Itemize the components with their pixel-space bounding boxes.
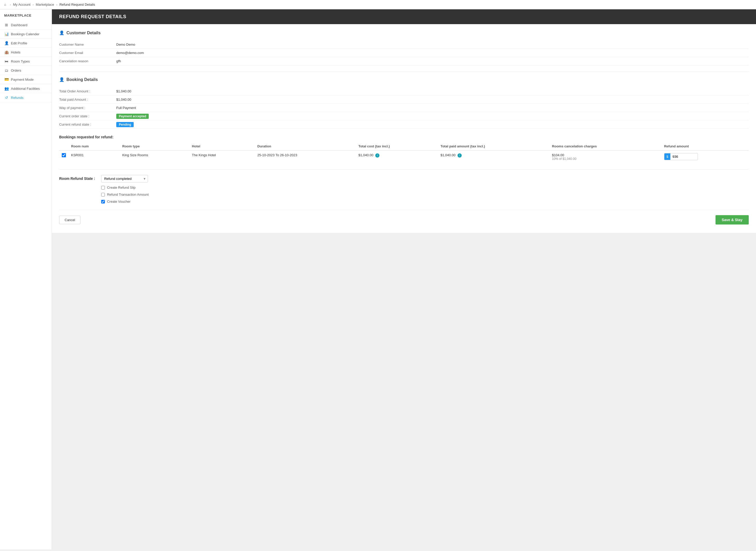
refund-transaction-amount-label: Refund Transaction Amount (107, 192, 148, 196)
sidebar-label-bookings-calender: Bookings Calender (11, 32, 39, 36)
sidebar-item-room-types[interactable]: 🛏 Room Types (0, 57, 52, 66)
payment-mode-icon: 💳 (4, 77, 9, 81)
sidebar-label-payment-mode: Payment Mode (11, 78, 33, 81)
total-paid-info-icon[interactable]: i (458, 153, 462, 157)
bookings-table: Room num Room type Hotel Duration Total … (59, 142, 749, 163)
sidebar-label-room-types: Room Types (11, 59, 30, 63)
refund-state-select[interactable]: Refund completed Pending Processing Fail… (101, 175, 148, 182)
customer-email-row: Customer Email demo@demo.com (59, 49, 749, 57)
payment-accepted-badge: Payment accepted (116, 114, 149, 119)
cancelation-reason-row: Cancelation reason gfh (59, 57, 749, 65)
content-body: 👤 Customer Details Customer Name Demo De… (52, 24, 756, 233)
customer-name-row: Customer Name Demo Demo (59, 40, 749, 49)
breadcrumb-current: Refund Request Details (59, 3, 95, 6)
save-stay-button[interactable]: Save & Stay (716, 215, 749, 224)
col-duration: Duration (255, 142, 356, 150)
current-refund-state-row: Current refund state : Pending (59, 120, 749, 129)
refunds-icon: ↺ (4, 95, 9, 100)
footer-bar: Cancel Save & Stay (59, 210, 749, 226)
sidebar-label-orders: Orders (11, 68, 21, 72)
sidebar-item-edit-profile[interactable]: 👤 Edit Profile (0, 39, 52, 48)
current-order-state-row: Current order state : Payment accepted (59, 112, 749, 120)
total-order-amount-value: $1,040.00 (116, 89, 131, 93)
refund-state-select-wrapper[interactable]: Refund completed Pending Processing Fail… (101, 175, 148, 182)
col-cancel-charges: Rooms cancelation charges (550, 142, 662, 150)
total-paid-amount-value: $1,040.00 (116, 98, 131, 101)
table-row: KSR001 King Size Rooms The Kings Hotel 2… (59, 150, 749, 163)
refund-input-group[interactable]: $ (664, 153, 698, 160)
col-room-type: Room type (120, 142, 189, 150)
row-total-cost: $1,040.00 i (356, 150, 438, 163)
customer-name-value: Demo Demo (116, 43, 135, 46)
col-room-num: Room num (68, 142, 120, 150)
total-paid-amount-row: Total paid Amount : $1,040.00 (59, 95, 749, 104)
refund-state-label: Room Refund State : (59, 175, 95, 181)
booking-details-section: 👤 Booking Details Total Order Amount : $… (59, 77, 749, 129)
create-refund-slip-checkbox[interactable] (101, 186, 105, 189)
current-order-state-value: Payment accepted (116, 114, 149, 118)
edit-profile-icon: 👤 (4, 41, 9, 45)
current-refund-state-value: Pending (116, 122, 134, 126)
way-of-payment-value: Full Payment (116, 106, 136, 110)
row-checkbox-cell[interactable] (59, 150, 68, 163)
sidebar-item-additional-facilities[interactable]: 👥 Additional Facilities (0, 84, 52, 93)
sidebar-title: MARKETPLACE (0, 13, 52, 20)
customer-name-label: Customer Name (59, 43, 116, 46)
sidebar-label-hotels: Hotels (11, 50, 20, 54)
way-of-payment-label: Way of payment : (59, 106, 116, 110)
current-refund-state-label: Current refund state : (59, 122, 116, 126)
dashboard-icon: ⊞ (4, 23, 9, 27)
breadcrumb-marketplace[interactable]: Marketplace (36, 3, 54, 6)
cancelation-reason-label: Cancelation reason (59, 59, 116, 63)
refund-currency-prefix: $ (664, 153, 670, 160)
customer-email-label: Customer Email (59, 51, 116, 55)
row-hotel: The Kings Hotel (189, 150, 254, 163)
sidebar-item-bookings-calender[interactable]: 📊 Bookings Calender (0, 30, 52, 39)
sidebar-item-hotels[interactable]: 🏨 Hotels (0, 48, 52, 57)
customer-details-section: 👤 Customer Details Customer Name Demo De… (59, 30, 749, 65)
row-select-checkbox[interactable] (62, 153, 66, 157)
create-refund-slip-row[interactable]: Create Refund Slip (101, 185, 148, 189)
col-hotel: Hotel (189, 142, 254, 150)
page-header: REFUND REQUEST DETAILS (52, 9, 756, 24)
refund-transaction-amount-checkbox[interactable] (101, 193, 105, 196)
main-content: REFUND REQUEST DETAILS 👤 Customer Detail… (52, 9, 756, 549)
sidebar-label-additional-facilities: Additional Facilities (11, 87, 40, 91)
customer-details-title: 👤 Customer Details (59, 30, 749, 36)
sidebar-item-orders[interactable]: 🗂 Orders (0, 66, 52, 75)
person-icon: 👤 (59, 30, 64, 35)
row-refund-amount[interactable]: $ (662, 150, 749, 163)
pending-badge: Pending (116, 122, 134, 127)
row-room-num: KSR001 (68, 150, 120, 163)
sidebar-label-dashboard: Dashboard (11, 23, 27, 27)
cancelation-reason-value: gfh (116, 59, 121, 63)
cancel-button[interactable]: Cancel (59, 216, 80, 224)
bookings-table-section: Bookings requested for refund: Room num … (59, 135, 749, 163)
breadcrumb-my-account[interactable]: My Account (13, 3, 30, 6)
sidebar-item-refunds[interactable]: ↺ Refunds (0, 93, 52, 102)
sidebar-item-dashboard[interactable]: ⊞ Dashboard (0, 20, 52, 30)
bookings-calender-icon: 📊 (4, 32, 9, 36)
create-voucher-row[interactable]: Create Voucher (101, 199, 148, 203)
row-cancel-charges: $104.00 10% of $1,040.00 (550, 150, 662, 163)
total-cost-info-icon[interactable]: i (375, 153, 380, 157)
row-duration: 25-10-2023 To 26-10-2023 (255, 150, 356, 163)
additional-facilities-icon: 👥 (4, 86, 9, 91)
breadcrumb: ⌂ › My Account › Marketplace › Refund Re… (0, 0, 756, 9)
col-checkbox (59, 142, 68, 150)
section-divider-1 (59, 72, 749, 72)
booking-details-title: 👤 Booking Details (59, 77, 749, 83)
refund-transaction-amount-row[interactable]: Refund Transaction Amount (101, 192, 148, 196)
home-icon[interactable]: ⌂ (4, 3, 6, 6)
refund-amount-input[interactable] (670, 153, 691, 160)
col-total-paid: Total paid amount (tax incl.) (438, 142, 550, 150)
create-voucher-label: Create Voucher (107, 199, 130, 203)
sidebar-label-edit-profile: Edit Profile (11, 41, 27, 45)
sidebar-item-payment-mode[interactable]: 💳 Payment Mode (0, 75, 52, 84)
create-voucher-checkbox[interactable] (101, 200, 105, 203)
refund-state-row: Room Refund State : Refund completed Pen… (59, 175, 749, 203)
booking-icon: 👤 (59, 77, 64, 82)
total-order-amount-label: Total Order Amount : (59, 89, 116, 93)
room-types-icon: 🛏 (4, 59, 9, 63)
hotels-icon: 🏨 (4, 50, 9, 54)
